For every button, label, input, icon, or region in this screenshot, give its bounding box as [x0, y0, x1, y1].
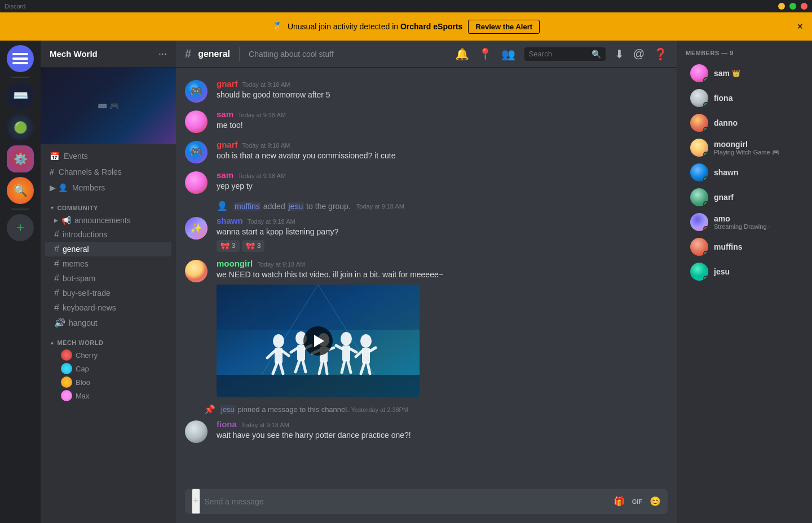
titlebar: Discord − □ ×	[0, 0, 812, 12]
gift-icon[interactable]: 🎁	[614, 496, 625, 507]
member-avatar-moongirl	[690, 139, 708, 157]
category-mech-world-voice[interactable]: ▲ Mech World	[41, 330, 176, 348]
video-play-button[interactable]	[303, 326, 333, 356]
minimize-btn[interactable]: −	[778, 3, 785, 10]
close-btn[interactable]: ×	[801, 3, 807, 10]
reaction-1[interactable]: 🎀 3	[217, 240, 240, 252]
message-author-shawn[interactable]: shawn	[217, 216, 243, 225]
avatar-shawn: ✨	[185, 217, 208, 240]
maximize-btn[interactable]: □	[789, 3, 796, 10]
reaction-emoji-1: 🎀	[220, 242, 230, 250]
video-embed[interactable]	[217, 285, 420, 397]
server-icon-1[interactable]: ⌨️	[7, 82, 34, 109]
svg-rect-33	[362, 348, 370, 364]
community-label: COMMUNITY	[57, 205, 98, 211]
reaction-count-1: 3	[232, 242, 236, 250]
status-online-gnarf	[703, 201, 708, 206]
cap-avatar	[61, 363, 72, 374]
voice-member-max[interactable]: Max	[45, 389, 171, 402]
channel-item-memes[interactable]: # memes	[45, 256, 171, 271]
member-item-shawn[interactable]: shawn	[681, 160, 807, 185]
member-item-moongirl[interactable]: moongirl Playing Witch Game 🎮	[681, 135, 807, 160]
sidebar-item-events[interactable]: 📅 Events	[41, 148, 176, 164]
alert-banner: 🏅 Unusual join activity detected in Orch…	[0, 12, 812, 41]
member-item-amo[interactable]: amo Streaming Drawing ·	[681, 210, 807, 234]
server-header[interactable]: Mech World ···	[41, 41, 176, 68]
avatar-sam-2	[185, 171, 208, 194]
message-content-5: shawn Today at 9:18 AM wanna start a kpo…	[217, 216, 668, 252]
category-community[interactable]: ▼ COMMUNITY	[41, 196, 176, 214]
message-author-gnarf-2[interactable]: gnarf	[217, 140, 238, 149]
member-item-jesu[interactable]: jesu	[681, 259, 807, 284]
channel-item-bot-spam[interactable]: # bot-spam	[45, 271, 171, 286]
notification-bell-icon[interactable]: 🔔	[455, 47, 469, 61]
voice-member-cap[interactable]: Cap	[45, 362, 171, 375]
svg-line-25	[325, 362, 327, 374]
member-item-fiona[interactable]: fiona	[681, 86, 807, 110]
message-group-fiona: fiona Today at 9:18 AM wait have you see…	[176, 417, 677, 445]
channel-item-general[interactable]: # general	[45, 242, 171, 256]
at-icon[interactable]: @	[633, 47, 645, 60]
search-bar[interactable]: 🔍	[524, 47, 606, 61]
member-info-amo: amo Streaming Drawing ·	[714, 214, 803, 230]
server-name: Mech World	[50, 49, 98, 59]
message-input[interactable]	[205, 491, 609, 512]
search-input[interactable]	[529, 50, 588, 58]
bloo-name: Bloo	[76, 378, 90, 387]
sidebar-item-channels-roles[interactable]: # Channels & Roles	[41, 164, 176, 180]
server-icon-4[interactable]: 🔍	[7, 177, 34, 204]
download-icon[interactable]: ⬇	[615, 47, 624, 61]
server-icon-mech-world[interactable]: ⚙️	[7, 145, 34, 172]
message-author-gnarf[interactable]: gnarf	[217, 79, 238, 88]
add-server-button[interactable]: +	[7, 214, 34, 241]
system-time: Today at 9:18 AM	[356, 203, 404, 210]
member-name-amo: amo	[714, 214, 803, 223]
alert-text: Unusual join activity detected in Orchar…	[288, 22, 462, 31]
member-avatar-sam	[690, 64, 708, 82]
server-icon-2[interactable]: 🟢	[7, 114, 34, 141]
speaker-icon: 📢	[61, 216, 71, 225]
svg-point-8	[273, 334, 284, 348]
message-author-moongirl[interactable]: moongirl	[217, 259, 253, 268]
alert-close-button[interactable]: ×	[797, 21, 803, 33]
member-info-danno: danno	[714, 118, 803, 127]
member-avatar-jesu	[690, 263, 708, 281]
gif-button[interactable]: GIF	[629, 497, 645, 507]
server-icon-home[interactable]	[7, 45, 34, 72]
help-icon[interactable]: ❓	[654, 47, 668, 61]
members-icon: ▶ 👤	[50, 183, 68, 192]
channel-item-introductions[interactable]: # introductions	[45, 227, 171, 242]
member-item-muffins[interactable]: muffins	[681, 234, 807, 259]
member-item-gnarf[interactable]: gnarf	[681, 185, 807, 210]
search-icon: 🔍	[592, 50, 601, 59]
member-avatar-danno	[690, 114, 708, 132]
message-author-fiona[interactable]: fiona	[217, 419, 237, 429]
voice-member-cherry[interactable]: Cherry	[45, 348, 171, 362]
message-header-5: shawn Today at 9:18 AM	[217, 216, 668, 225]
mech-world-voice-arrow-icon: ▲	[50, 340, 55, 345]
reaction-2[interactable]: 🎀 3	[242, 240, 265, 252]
members-list-icon[interactable]: 👥	[501, 47, 515, 61]
voice-member-bloo[interactable]: Bloo	[45, 375, 171, 389]
attach-file-button[interactable]: +	[192, 489, 200, 514]
sidebar-item-members[interactable]: ▶ 👤 Members	[41, 180, 176, 196]
channel-item-hangout[interactable]: 🔊 hangout	[45, 315, 171, 330]
message-author-sam-2[interactable]: sam	[217, 170, 233, 180]
channel-name-bot-spam: bot-spam	[63, 274, 95, 283]
pin-icon[interactable]: 📍	[478, 47, 492, 61]
message-text-1: should be good tomorrow after 5	[217, 90, 668, 101]
emoji-picker-button[interactable]: 😊	[650, 496, 661, 507]
svg-rect-9	[275, 348, 283, 364]
member-item-danno[interactable]: danno	[681, 110, 807, 135]
message-text-6: we NEED to watch this txt video. ill joi…	[217, 269, 668, 281]
member-item-sam[interactable]: sam 👑	[681, 61, 807, 86]
message-author-sam[interactable]: sam	[217, 109, 233, 119]
channel-item-keyboard-news[interactable]: # keyboard-news	[45, 300, 171, 315]
status-online-shawn	[703, 176, 708, 181]
channel-item-buy-sell-trade[interactable]: # buy-sell-trade	[45, 286, 171, 300]
review-alert-button[interactable]: Review the Alert	[468, 20, 540, 34]
pin-message: 📌 jesu pinned a message to this channel.…	[176, 402, 677, 417]
cap-name: Cap	[76, 365, 89, 373]
channel-item-announcements[interactable]: ▶ 📢 announcements	[45, 214, 171, 227]
hash-icon-buy-sell-trade: #	[54, 288, 59, 298]
